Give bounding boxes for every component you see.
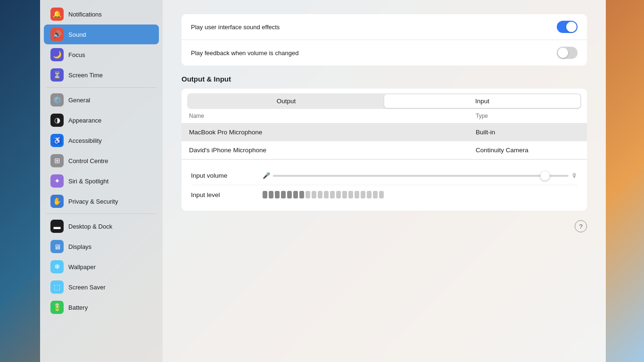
desktop-dock-icon: ▬	[50, 220, 64, 233]
play-feedback-label: Play feedback when volume is changed	[191, 49, 298, 57]
accessibility-icon: ♿	[50, 134, 64, 147]
play-feedback-row: Play feedback when volume is changed	[182, 40, 587, 66]
focus-label: Focus	[68, 51, 85, 58]
sidebar-item-wallpaper[interactable]: ❄Wallpaper	[44, 257, 159, 277]
tab-input[interactable]: Input	[384, 94, 580, 108]
level-bar-3	[281, 191, 286, 198]
privacy-security-icon: ✋	[50, 195, 64, 208]
input-section: Input volume 🎤 🎙 Input level	[182, 159, 587, 211]
device-name-0: MacBook Pro Microphone	[189, 129, 476, 136]
sidebar-item-accessibility[interactable]: ♿Accessibility	[44, 131, 159, 150]
level-bar-1	[269, 191, 273, 198]
level-bar-15	[355, 191, 359, 198]
settings-window: 🔔Notifications🔊Sound🌙Focus⏳Screen Time⚙️…	[40, 0, 606, 362]
sidebar: 🔔Notifications🔊Sound🌙Focus⏳Screen Time⚙️…	[40, 0, 163, 362]
sidebar-item-screen-saver[interactable]: ⬚Screen Saver	[44, 277, 159, 297]
output-input-tab-switcher: Output Input	[187, 93, 581, 109]
input-volume-row: Input volume 🎤 🎙	[191, 166, 578, 185]
sidebar-item-general[interactable]: ⚙️General	[44, 90, 159, 110]
tab-switcher-row: Output Input	[182, 89, 587, 109]
mic-low-icon: 🎤	[263, 172, 270, 179]
wallpaper-icon: ❄	[50, 260, 64, 273]
level-bar-0	[263, 191, 267, 198]
level-bar-16	[361, 191, 365, 198]
level-bar-4	[287, 191, 292, 198]
control-centre-icon: ⊞	[50, 154, 64, 167]
accessibility-label: Accessibility	[68, 137, 102, 144]
device-name-1: David's iPhone Microphone	[189, 147, 476, 154]
level-bar-13	[342, 191, 347, 198]
table-row[interactable]: David's iPhone MicrophoneContinuity Came…	[182, 141, 587, 159]
wallpaper-label: Wallpaper	[68, 263, 96, 271]
tab-output[interactable]: Output	[188, 94, 384, 108]
general-icon: ⚙️	[50, 93, 64, 107]
device-rows: MacBook Pro MicrophoneBuilt-inDavid's iP…	[182, 123, 587, 159]
level-bar-18	[373, 191, 378, 198]
sound-label: Sound	[68, 31, 86, 38]
play-feedback-toggle[interactable]	[557, 47, 578, 59]
content-area: Play user interface sound effects Play f…	[163, 0, 606, 362]
siri-spotlight-label: Siri & Spotlight	[68, 178, 108, 185]
mic-high-icon: 🎙	[571, 172, 578, 179]
slider-fill	[273, 175, 545, 177]
slider-thumb[interactable]	[540, 171, 550, 181]
level-bar-10	[324, 191, 329, 198]
sidebar-item-screen-time[interactable]: ⏳Screen Time	[44, 65, 159, 85]
desktop-dock-label: Desktop & Dock	[68, 223, 112, 230]
battery-icon: 🔋	[50, 301, 64, 314]
level-bar-19	[379, 191, 384, 198]
device-table-header: Name Type	[182, 109, 587, 123]
col-name-header: Name	[189, 113, 476, 119]
privacy-security-label: Privacy & Security	[68, 198, 118, 205]
sidebar-item-displays[interactable]: 🖥Displays	[44, 237, 159, 256]
sidebar-item-control-centre[interactable]: ⊞Control Centre	[44, 151, 159, 171]
sidebar-separator	[47, 87, 156, 88]
level-bar-2	[275, 191, 280, 198]
input-level-row: Input level	[191, 185, 578, 204]
toggle-knob-2	[558, 48, 568, 58]
sidebar-separator	[47, 214, 156, 214]
screen-time-icon: ⏳	[50, 68, 64, 82]
level-bar-11	[330, 191, 335, 198]
screen-time-label: Screen Time	[68, 72, 103, 79]
displays-icon: 🖥	[50, 240, 64, 253]
level-bar-5	[293, 191, 298, 198]
sidebar-item-notifications[interactable]: 🔔Notifications	[44, 4, 159, 24]
sidebar-item-appearance[interactable]: ◑Appearance	[44, 110, 159, 130]
sound-effects-group: Play user interface sound effects Play f…	[182, 14, 587, 66]
input-volume-track[interactable]	[273, 175, 569, 177]
level-bar-7	[305, 191, 310, 198]
screen-saver-icon: ⬚	[50, 280, 64, 294]
help-button[interactable]: ?	[575, 220, 587, 232]
sound-icon: 🔊	[50, 28, 64, 41]
notifications-icon: 🔔	[50, 8, 64, 21]
level-bar-6	[299, 191, 304, 198]
sidebar-item-siri-spotlight[interactable]: ✦Siri & Spotlight	[44, 171, 159, 191]
focus-icon: 🌙	[50, 48, 64, 61]
play-ui-sound-row: Play user interface sound effects	[182, 14, 587, 40]
play-ui-toggle[interactable]	[557, 21, 578, 33]
general-label: General	[68, 97, 90, 104]
displays-label: Displays	[68, 243, 91, 250]
device-type-1: Continuity Camera	[476, 147, 579, 154]
sidebar-item-battery[interactable]: 🔋Battery	[44, 297, 159, 317]
input-volume-label: Input volume	[191, 172, 257, 179]
level-bar-12	[336, 191, 341, 198]
screen-saver-label: Screen Saver	[68, 284, 106, 291]
level-bar-8	[312, 191, 316, 198]
sidebar-item-desktop-dock[interactable]: ▬Desktop & Dock	[44, 216, 159, 236]
play-ui-label: Play user interface sound effects	[191, 24, 280, 31]
appearance-icon: ◑	[50, 114, 64, 127]
appearance-label: Appearance	[68, 117, 101, 124]
sidebar-item-sound[interactable]: 🔊Sound	[44, 25, 159, 44]
col-type-header: Type	[476, 113, 579, 119]
siri-spotlight-icon: ✦	[50, 174, 64, 188]
output-input-title: Output & Input	[182, 75, 587, 83]
sidebar-item-focus[interactable]: 🌙Focus	[44, 45, 159, 65]
table-row[interactable]: MacBook Pro MicrophoneBuilt-in	[182, 123, 587, 141]
output-input-container: Output Input Name Type MacBook Pro Micro…	[182, 89, 587, 211]
sidebar-item-privacy-security[interactable]: ✋Privacy & Security	[44, 191, 159, 211]
battery-label: Battery	[68, 304, 88, 311]
notifications-label: Notifications	[68, 11, 102, 18]
input-level-label: Input level	[191, 191, 257, 198]
